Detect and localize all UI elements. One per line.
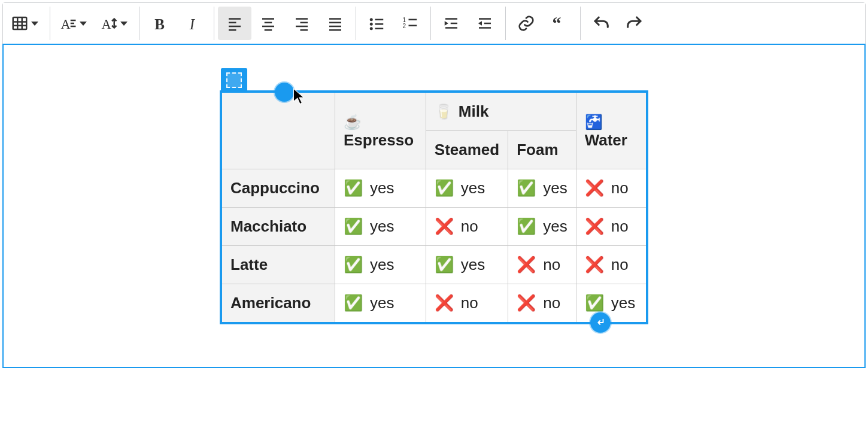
align-left-button[interactable] [218,7,251,40]
fontsize-icon: A [100,14,118,32]
mouse-cursor-icon [292,87,305,108]
svg-point-28 [370,18,373,21]
outdent-button[interactable] [468,7,502,40]
water-header[interactable]: 🚰Water [576,93,646,169]
cell-text: no [543,294,560,312]
svg-text:A: A [102,17,112,32]
link-button[interactable] [509,7,543,40]
chevron-down-icon [31,22,38,26]
bulleted-list-button[interactable] [360,7,393,40]
cell-text: yes [370,256,394,274]
table-cell[interactable]: ❌no [576,208,646,246]
cross-icon: ❌ [585,256,604,274]
cross-icon: ❌ [585,217,604,236]
check-icon: ✅ [344,294,363,312]
check-icon: ✅ [344,217,363,236]
bold-icon: B [151,14,169,32]
undo-button[interactable] [584,7,618,40]
cell-text: yes [461,179,485,197]
milk-header[interactable]: 🥛Milk [426,93,576,131]
bold-button[interactable]: B [143,7,177,40]
row-header[interactable]: Macchiato [222,208,335,246]
table-cell[interactable]: ❌no [426,208,508,246]
table-cell[interactable]: ✅yes [335,284,426,323]
heading-icon: A [59,14,77,32]
table-row: Americano✅yes❌no❌no✅yes [222,284,647,323]
espresso-header[interactable]: ☕Espresso [335,93,426,169]
table-cell[interactable]: ✅yes [426,169,508,208]
cell-text: yes [611,294,635,312]
header-label: Water [585,131,627,149]
check-icon: ✅ [585,294,604,312]
cross-icon: ❌ [517,294,536,312]
redo-button[interactable] [618,7,651,40]
svg-rect-0 [13,17,27,29]
table-cell[interactable]: ✅yes [335,169,426,208]
cell-text: no [611,217,629,236]
table-cell[interactable]: ✅yes [508,208,576,246]
indent-button[interactable] [435,7,468,40]
table-cell[interactable]: ❌no [576,246,646,284]
steamed-header[interactable]: Steamed [426,131,508,169]
chevron-down-icon [120,22,128,26]
table-cell[interactable]: ✅yes [335,208,426,246]
table-cell[interactable]: ❌no [508,284,576,323]
blockquote-button[interactable]: “ [543,7,576,40]
check-icon: ✅ [435,179,454,197]
cell-text: no [543,256,560,274]
cell-text: yes [543,179,567,197]
numbered-list-button[interactable]: 12 [393,7,427,40]
numbered-list-icon: 12 [401,14,419,32]
table-cell[interactable]: ✅yes [335,246,426,284]
insert-paragraph-handle[interactable] [590,312,611,333]
row-header[interactable]: Latte [222,246,335,284]
svg-text:I: I [189,16,196,32]
table-widget[interactable]: ☕Espresso 🥛Milk 🚰Water Steamed Foam [221,92,647,323]
cell-text: no [461,294,478,312]
row-header[interactable]: Americano [222,284,335,323]
table-cell[interactable]: ✅yes [576,284,646,323]
coffee-cup-icon: ☕ [344,114,362,130]
table-cell[interactable]: ❌no [426,284,508,323]
check-icon: ✅ [517,217,536,236]
table-cell[interactable]: ❌no [576,169,646,208]
select-all-handle[interactable] [221,68,247,92]
cell-text: yes [370,217,394,236]
check-icon: ✅ [344,179,363,197]
italic-button[interactable]: I [177,7,210,40]
cross-icon: ❌ [517,256,536,274]
undo-icon [592,14,610,32]
cross-icon: ❌ [585,179,604,197]
heading-button[interactable]: A [54,7,95,40]
svg-point-29 [370,23,373,26]
svg-text:A: A [61,17,71,32]
fontsize-button[interactable]: A [95,7,135,40]
row-header[interactable]: Cappuccino [222,169,335,208]
column-drag-handle[interactable] [275,83,294,102]
align-right-button[interactable] [285,7,318,40]
table-row: Macchiato✅yes❌no✅yes❌no [222,208,647,246]
svg-text:2: 2 [403,23,406,29]
cross-icon: ❌ [435,217,454,236]
table-button[interactable] [5,7,46,40]
table-cell[interactable]: ✅yes [508,169,576,208]
editor-content[interactable]: ☕Espresso 🥛Milk 🚰Water Steamed Foam [3,44,865,367]
cell-text: yes [370,294,394,312]
check-icon: ✅ [517,179,536,197]
table-cell[interactable]: ✅yes [426,246,508,284]
align-justify-icon [326,14,344,32]
check-icon: ✅ [344,256,363,274]
svg-text:B: B [154,16,165,32]
blockquote-icon: “ [551,14,569,32]
coffee-table[interactable]: ☕Espresso 🥛Milk 🚰Water Steamed Foam [221,92,647,323]
align-center-button[interactable] [251,7,285,40]
align-justify-button[interactable] [318,7,352,40]
header-label: Espresso [344,131,414,149]
enter-icon [595,317,606,328]
table-cell[interactable]: ❌no [508,246,576,284]
cell-text: yes [543,217,567,236]
table-icon [11,14,29,32]
foam-header[interactable]: Foam [508,131,576,169]
table-body: Cappuccino✅yes✅yes✅yes❌noMacchiato✅yes❌n… [222,169,647,323]
corner-header[interactable] [222,93,335,169]
